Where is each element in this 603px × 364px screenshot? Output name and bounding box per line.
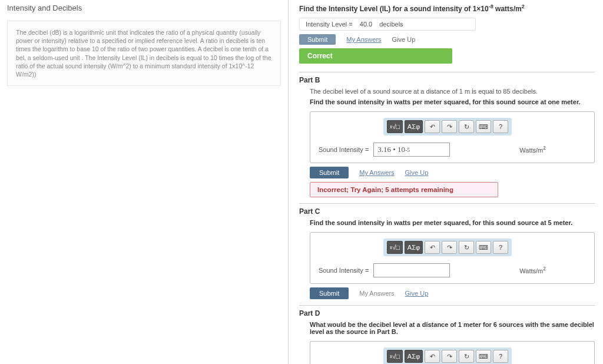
description-box: The decibel (dB) is a logarithmic unit t… xyxy=(7,21,281,86)
undo-icon[interactable]: ↶ xyxy=(425,350,440,363)
root-template-icon[interactable]: x√□ xyxy=(387,241,403,254)
greek-symbols-icon[interactable]: ΑΣφ xyxy=(405,241,423,254)
help-icon[interactable]: ? xyxy=(493,120,508,133)
redo-icon[interactable]: ↷ xyxy=(442,120,457,133)
root-template-icon[interactable]: x√□ xyxy=(387,120,403,133)
part-c-label: Part C xyxy=(299,207,595,216)
part-b-field-label: Sound Intensity = xyxy=(319,146,369,153)
part-a-submit-button[interactable]: Submit xyxy=(299,34,336,45)
greek-symbols-icon[interactable]: ΑΣφ xyxy=(405,120,423,133)
keyboard-icon[interactable]: ⌨ xyxy=(476,120,491,133)
part-c-give-up-link[interactable]: Give Up xyxy=(405,290,429,297)
part-c-field-label: Sound Intensity = xyxy=(319,267,369,274)
keyboard-icon[interactable]: ⌨ xyxy=(476,350,491,363)
redo-icon[interactable]: ↷ xyxy=(442,350,457,363)
part-a-value: 40.0 xyxy=(360,21,372,28)
part-a-answer-row: Intensity Level = 40.0 decibels xyxy=(299,18,476,31)
part-b-answer-input[interactable]: 3.16 • 10-5 xyxy=(373,143,450,157)
part-b-give-up-link[interactable]: Give Up xyxy=(405,169,429,176)
undo-icon[interactable]: ↶ xyxy=(425,120,440,133)
page-title: Intensity and Decibels xyxy=(7,4,281,12)
help-icon[interactable]: ? xyxy=(493,241,508,254)
root-template-icon[interactable]: x√□ xyxy=(387,350,403,363)
part-a-give-up-link[interactable]: Give Up xyxy=(392,36,416,43)
undo-icon[interactable]: ↶ xyxy=(425,241,440,254)
part-a-prompt: Find the Intensity Level (IL) for a soun… xyxy=(299,4,595,13)
keyboard-icon[interactable]: ⌨ xyxy=(476,241,491,254)
part-b-units: Watts/m2 xyxy=(519,145,546,154)
part-b-toolbar: x√□ ΑΣφ ↶ ↷ ↻ ⌨ ? xyxy=(383,118,512,135)
part-c-units: Watts/m2 xyxy=(519,266,546,274)
part-c-toolbar: x√□ ΑΣφ ↶ ↷ ↻ ⌨ ? xyxy=(383,239,512,256)
part-b-my-answers-link[interactable]: My Answers xyxy=(359,169,394,176)
reset-icon[interactable]: ↻ xyxy=(459,350,474,363)
part-b-label: Part B xyxy=(299,76,595,84)
part-a-my-answers-link[interactable]: My Answers xyxy=(346,36,381,43)
part-d-toolbar: x√□ ΑΣφ ↶ ↷ ↻ ⌨ ? xyxy=(383,348,512,364)
part-b-incorrect-feedback: Incorrect; Try Again; 5 attempts remaini… xyxy=(310,182,498,197)
part-a-correct-feedback: Correct xyxy=(299,48,452,64)
right-panel: Find the Intensity Level (IL) for a soun… xyxy=(289,0,603,364)
part-c-input-box: x√□ ΑΣφ ↶ ↷ ↻ ⌨ ? Sound Intensity = Watt… xyxy=(310,232,595,284)
part-a-label: Intensity Level = xyxy=(306,21,353,28)
part-c-submit-button[interactable]: Submit xyxy=(310,287,349,299)
part-b-submit-button[interactable]: Submit xyxy=(310,167,349,178)
reset-icon[interactable]: ↻ xyxy=(459,120,474,133)
part-d-label: Part D xyxy=(299,309,595,317)
part-c-my-answers-link[interactable]: My Answers xyxy=(359,290,394,297)
part-b-text2: Find the sound intensity in watts per me… xyxy=(310,98,595,105)
part-c-text: Find the sound intensity in watts per me… xyxy=(310,219,595,226)
part-b-input-box: x√□ ΑΣφ ↶ ↷ ↻ ⌨ ? Sound Intensity = 3.16… xyxy=(310,111,595,163)
redo-icon[interactable]: ↷ xyxy=(442,241,457,254)
help-icon[interactable]: ? xyxy=(493,350,508,363)
greek-symbols-icon[interactable]: ΑΣφ xyxy=(405,350,423,363)
reset-icon[interactable]: ↻ xyxy=(459,241,474,254)
part-d-text: What would be the decibel level at a dis… xyxy=(310,321,595,335)
part-a-units: decibels xyxy=(379,21,403,28)
part-a-submit-row: Submit My Answers Give Up xyxy=(299,34,595,45)
left-panel: Intensity and Decibels The decibel (dB) … xyxy=(0,0,289,364)
part-b-text1: The decibel level of a sound source at a… xyxy=(310,88,595,95)
part-c-answer-input[interactable] xyxy=(373,263,450,277)
part-d-input-box: x√□ ΑΣφ ↶ ↷ ↻ ⌨ ? Intensity Level(Group)… xyxy=(310,341,595,364)
